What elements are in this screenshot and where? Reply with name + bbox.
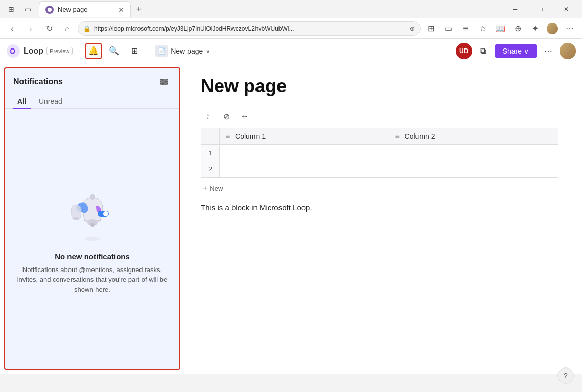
tab-list-icon[interactable]: ▭ [20, 2, 35, 16]
site-info-icon[interactable]: ⊕ [410, 25, 415, 32]
help-button[interactable]: ? [557, 368, 574, 384]
copilot-icon[interactable]: ✦ [527, 20, 543, 37]
sort-button[interactable]: ↕ [201, 109, 215, 124]
user-avatar [560, 43, 576, 59]
app-body: Notifications All Unread [0, 63, 582, 374]
row-1-col2[interactable] [389, 145, 558, 161]
refresh-button[interactable]: ↻ [41, 20, 57, 37]
extension-icon[interactable]: ⊞ [4, 2, 18, 16]
pages-button[interactable]: ⊞ [126, 43, 143, 59]
column-1-header: ≡ Column 1 [220, 128, 389, 145]
maximize-button[interactable]: □ [529, 2, 552, 17]
notifications-title: Notifications [13, 77, 63, 86]
forward-button[interactable]: › [22, 20, 39, 37]
page-title-bar: 📄 New page ∨ [155, 45, 451, 57]
empty-state-description: Notifications about @mentions, assigned … [15, 265, 169, 295]
notifications-panel: Notifications All Unread [4, 67, 180, 370]
minimize-button[interactable]: ─ [503, 2, 527, 17]
svg-point-9 [90, 194, 95, 200]
tab-groups-icon[interactable]: ▭ [440, 20, 456, 37]
reading-view-icon[interactable]: ≡ [457, 20, 474, 37]
svg-point-5 [162, 79, 164, 81]
table-row: 1 [201, 145, 558, 161]
tab-close-button[interactable]: ✕ [118, 6, 124, 14]
header-separator [79, 45, 79, 57]
page-chevron-icon: ∨ [206, 47, 211, 55]
row-number-header [201, 128, 220, 145]
share-button[interactable]: Share ∨ [495, 44, 537, 58]
address-bar[interactable]: 🔒 https://loop.microsoft.com/p/eyJ3Ljp7I… [78, 21, 421, 36]
browser-menu-icon[interactable]: ⋯ [562, 20, 578, 37]
new-tab-button[interactable]: + [131, 1, 147, 17]
add-row-button[interactable]: + New [201, 182, 225, 195]
tab-unread[interactable]: Unread [35, 93, 66, 108]
col1-menu-icon: ≡ [226, 132, 230, 140]
favorites-icon[interactable]: ☆ [475, 20, 491, 37]
app-container: Loop Preview 🔔 🔍 ⊞ 📄 New page ∨ UD ⧉ Sha… [0, 39, 582, 374]
svg-point-8 [85, 237, 100, 241]
url-text: https://loop.microsoft.com/p/eyJ3Ljp7InU… [94, 25, 407, 32]
notifications-settings-button[interactable] [157, 75, 171, 89]
reading-list-icon[interactable]: 📖 [492, 20, 508, 37]
row-1-number: 1 [201, 145, 220, 161]
user-profile-icon[interactable] [544, 20, 561, 37]
block-text: This is a block in Microsoft Loop. [201, 203, 566, 212]
main-content-area: New page ↕ ⊘ ↔ ≡ Column 1 [184, 63, 582, 374]
table-row: 2 [201, 161, 558, 178]
page-main-heading: New page [201, 76, 566, 97]
svg-point-11 [90, 223, 95, 227]
svg-rect-4 [160, 83, 168, 84]
svg-point-0 [48, 8, 52, 12]
filter-button[interactable]: ⊘ [219, 109, 234, 124]
svg-point-13 [103, 211, 108, 216]
data-table: ≡ Column 1 ≡ Column 2 1 [201, 128, 558, 178]
tab-all[interactable]: All [13, 93, 31, 108]
add-icon: + [203, 184, 207, 193]
more-options-button[interactable]: ⋯ [540, 43, 556, 59]
svg-point-14 [73, 217, 79, 220]
empty-state-illustration [62, 183, 123, 244]
search-button[interactable]: 🔍 [106, 43, 122, 59]
svg-point-7 [162, 83, 164, 85]
loop-logo: Loop Preview [6, 44, 73, 58]
navigation-bar: ‹ › ↻ ⌂ 🔒 https://loop.microsoft.com/p/e… [0, 18, 582, 39]
workspace-avatar: UD [456, 43, 472, 59]
collections-icon[interactable]: ⊞ [423, 20, 439, 37]
home-button[interactable]: ⌂ [59, 20, 76, 37]
svg-rect-2 [160, 79, 168, 80]
window-controls: ─ □ ✕ [503, 2, 578, 17]
close-button[interactable]: ✕ [554, 2, 578, 17]
copy-button[interactable]: ⧉ [475, 43, 492, 59]
notifications-bell-button[interactable]: 🔔 [85, 43, 102, 59]
tab-title: New page [58, 6, 114, 13]
notifications-body: No new notifications Notifications about… [5, 109, 179, 369]
current-page-name: New page [171, 47, 203, 55]
notifications-header: Notifications [5, 68, 179, 93]
notifications-tabs: All Unread [5, 93, 179, 109]
share-chevron-icon: ∨ [524, 47, 529, 55]
svg-point-6 [165, 81, 167, 83]
row-2-number: 2 [201, 161, 220, 178]
svg-rect-3 [160, 81, 168, 82]
app-name: Loop [24, 46, 43, 56]
table-toolbar: ↕ ⊘ ↔ [201, 109, 566, 124]
empty-state-title: No new notifications [55, 252, 130, 261]
active-tab[interactable]: New page ✕ [39, 1, 131, 17]
column-2-header: ≡ Column 2 [389, 128, 558, 145]
header-separator-2 [149, 45, 149, 57]
nav-icon-buttons: ⊞ ▭ ≡ ☆ 📖 ⊕ ✦ ⋯ [423, 20, 578, 37]
row-2-col1[interactable] [220, 161, 389, 178]
browser-extensions-icon[interactable]: ⊕ [509, 20, 526, 37]
col2-menu-icon: ≡ [395, 132, 400, 140]
resize-button[interactable]: ↔ [238, 109, 252, 124]
lock-icon: 🔒 [83, 25, 91, 32]
row-2-col2[interactable] [389, 161, 558, 178]
page-icon: 📄 [155, 45, 168, 57]
header-right-section: UD ⧉ Share ∨ ⋯ [456, 43, 576, 59]
back-button[interactable]: ‹ [4, 20, 20, 37]
preview-badge: Preview [46, 47, 73, 55]
app-header: Loop Preview 🔔 🔍 ⊞ 📄 New page ∨ UD ⧉ Sha… [0, 39, 582, 63]
loop-brand-icon [6, 44, 20, 58]
svg-point-1 [7, 44, 20, 58]
row-1-col1[interactable] [220, 145, 389, 161]
